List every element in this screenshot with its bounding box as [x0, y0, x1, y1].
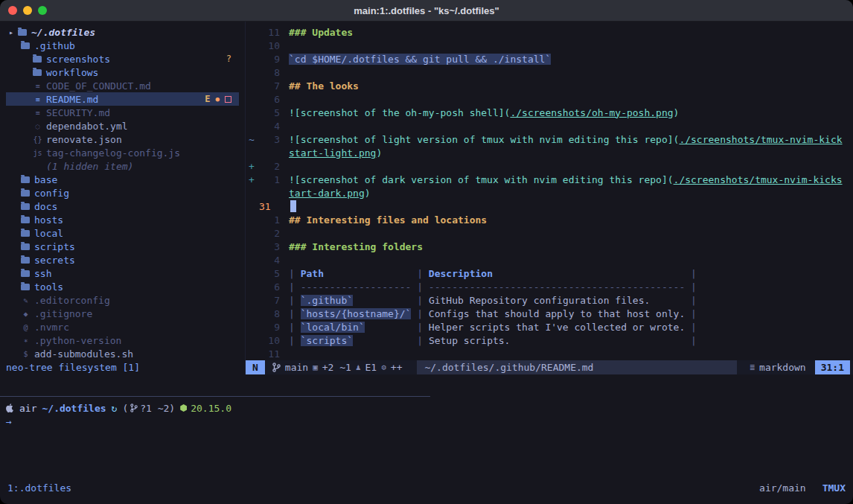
shell-pane[interactable]: air ~/.dotfiles ↻ ( ?1 ~2) 20.15.0 →	[0, 396, 853, 480]
tree-item-renovate-json[interactable]: {}renovate.json	[6, 133, 239, 146]
editor-line[interactable]: 11### Updates	[246, 25, 853, 39]
line-text: | `.github` | GitHub Repository configur…	[280, 295, 697, 306]
maximize-button[interactable]	[38, 6, 47, 15]
filetype-segment: ≣ markdown	[741, 362, 814, 373]
tree-item-base[interactable]: base	[6, 173, 239, 186]
gutter-sign	[246, 214, 258, 226]
tree-item-label: tools	[34, 281, 63, 293]
tree-item-secrets[interactable]: secrets	[6, 253, 239, 267]
tmux-label: TMUX	[822, 482, 846, 494]
git-counts: ?1 ~2)	[140, 403, 175, 414]
editor-line[interactable]: start-light.png)	[246, 146, 853, 159]
line-text: tart-dark.png)	[280, 188, 371, 199]
git-file-icon: ◆	[21, 310, 31, 318]
tree-item-add-submodules-sh[interactable]: $add-submodules.sh	[6, 347, 239, 360]
tmux-window-tab[interactable]: 1:.dotfiles	[7, 482, 71, 494]
editor-line[interactable]: 8| `hosts/{hostname}/` | Configs that sh…	[246, 307, 853, 320]
tree-item-gitignore[interactable]: ◆.gitignore	[6, 307, 239, 320]
gutter-sign	[246, 322, 258, 333]
close-button[interactable]	[8, 6, 17, 15]
editor-line[interactable]: 2	[246, 226, 853, 240]
editor-line[interactable]: 9| `local/bin` | Helper scripts that I'v…	[246, 320, 853, 334]
filetype-label: markdown	[759, 362, 806, 373]
tree-item-security-md[interactable]: ≡SECURITY.md	[6, 106, 239, 119]
editor-line[interactable]: 5![screenshot of the oh-my-posh shell](.…	[246, 106, 853, 119]
gutter-sign	[246, 40, 258, 51]
tree-item-github[interactable]: .github	[6, 39, 239, 52]
editor-line[interactable]: 11	[246, 347, 853, 360]
tree-item-dotfiles[interactable]: ▸~/.dotfiles	[6, 25, 239, 39]
editor-line[interactable]: 31	[246, 200, 853, 213]
editor-line[interactable]: 6	[246, 92, 853, 106]
file-path: ~/.dotfiles/.github/README.md	[417, 360, 737, 374]
tree-item-code-of-conduct-md[interactable]: ≡CODE_OF_CONDUCT.md	[6, 79, 239, 92]
editor-line[interactable]: 4	[246, 253, 853, 267]
folder-icon	[21, 42, 30, 49]
line-number: 4	[258, 255, 280, 266]
folder-icon	[21, 176, 30, 183]
editor-line[interactable]: 5| Path | Description |	[246, 267, 853, 280]
editor-line[interactable]: 1## Interesting files and locations	[246, 213, 853, 226]
editor-line[interactable]: 7| `.github` | GitHub Repository configu…	[246, 293, 853, 307]
editor-line[interactable]: 4	[246, 119, 853, 133]
tree-item-workflows[interactable]: workflows	[6, 66, 239, 79]
tree-item-1-hidden-item[interactable]: (1 hidden item)	[6, 159, 239, 173]
expander-icon[interactable]: ▸	[9, 28, 18, 36]
shell-file-icon: $	[21, 350, 31, 358]
editor-line[interactable]: 3### Interesting folders	[246, 240, 853, 253]
folder-icon	[21, 217, 30, 223]
tmux-pane-divider[interactable]	[0, 396, 430, 397]
tree-item-ssh[interactable]: ssh	[6, 267, 239, 280]
tree-item-hosts[interactable]: hosts	[6, 213, 239, 226]
tree-item-label: .nvmrc	[34, 322, 69, 333]
editor-line[interactable]: 7## The looks	[246, 79, 853, 92]
editor-line[interactable]: +2	[246, 159, 853, 173]
tree-item-editorconfig[interactable]: ✎.editorconfig	[6, 293, 239, 307]
tree-item-label: (1 hidden item)	[46, 161, 133, 172]
editor-line[interactable]: 6| ------------------- | ---------------…	[246, 280, 853, 293]
cursor-position: 31:1	[815, 360, 850, 374]
line-number: 2	[258, 228, 280, 239]
tree-item-tag-changelog-config-js[interactable]: jstag-changelog-config.js	[6, 146, 239, 159]
tree-item-tools[interactable]: tools	[6, 280, 239, 293]
tree-item-scripts[interactable]: scripts	[6, 240, 239, 253]
tree-item-label: secrets	[34, 255, 75, 266]
tree-item-config[interactable]: config	[6, 186, 239, 200]
nvim-pane: ▸~/.dotfiles.githubscreenshots?workflows…	[0, 22, 853, 396]
tree-item-docs[interactable]: docs	[6, 200, 239, 213]
line-number: 8	[258, 308, 280, 319]
prompt-input-line[interactable]: →	[6, 415, 847, 428]
editor-buffer[interactable]: 11### Updates 10 9`cd $HOME/.dotfiles &&…	[246, 22, 853, 360]
minimize-button[interactable]	[23, 6, 32, 15]
line-number: 3	[258, 134, 280, 145]
editor-line[interactable]: 10| `scripts` | Setup scripts. |	[246, 334, 853, 347]
file-tree: ▸~/.dotfiles.githubscreenshots?workflows…	[0, 22, 246, 360]
tree-item-nvmrc[interactable]: @.nvmrc	[6, 320, 239, 334]
line-number: 11	[258, 348, 280, 360]
tree-item-screenshots[interactable]: screenshots?	[6, 52, 239, 66]
tree-item-dependabot-yml[interactable]: ◌dependabot.yml	[6, 119, 239, 133]
editor-line[interactable]: tart-dark.png)	[246, 186, 853, 200]
tree-item-label: local	[34, 228, 63, 239]
folder-icon	[33, 69, 42, 76]
tree-item-python-version[interactable]: ∗.python-version	[6, 334, 239, 347]
unstaged-icon	[225, 96, 231, 103]
editor-line[interactable]: 8	[246, 66, 853, 79]
editor-line[interactable]: ~3![screenshot of light version of tmux …	[246, 133, 853, 146]
window-title: main:1:.dotfiles - "ks~/.dotfiles"	[354, 5, 499, 16]
editor-line[interactable]: 10	[246, 39, 853, 52]
neotree-statusline: neo-tree filesystem [1]	[0, 360, 246, 374]
filetype-icon: ≣	[750, 363, 755, 372]
tree-item-local[interactable]: local	[6, 226, 239, 240]
folder-icon	[21, 203, 30, 210]
line-text: ### Interesting folders	[280, 241, 423, 252]
editor-line[interactable]: 9`cd $HOME/.dotfiles && git pull && ./in…	[246, 52, 853, 66]
gutter-sign	[246, 27, 258, 38]
folder-icon	[21, 270, 30, 277]
editor-line[interactable]: +1![screenshot of dark version of tmux w…	[246, 173, 853, 186]
window-controls	[8, 6, 47, 15]
line-number: 6	[258, 94, 280, 105]
tree-item-readme-md[interactable]: ≡README.mdE●	[6, 92, 239, 106]
markdown-file-icon: ≡	[33, 109, 42, 117]
tree-item-label: base	[34, 174, 57, 185]
